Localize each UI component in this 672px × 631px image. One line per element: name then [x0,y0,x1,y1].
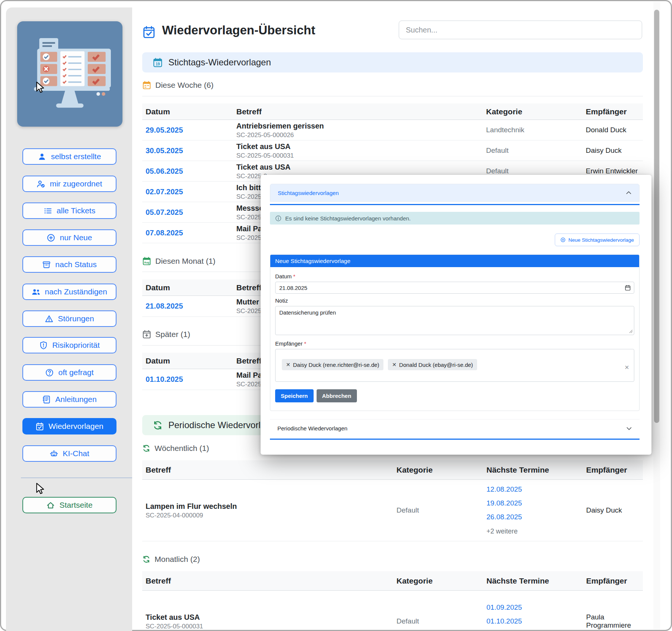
shield-exclamation-icon [39,341,48,350]
termin-link[interactable]: 12.08.2025 [486,485,586,494]
date-link[interactable]: 21.08.2025 [146,302,236,310]
termin-link[interactable]: 01.09.2025 [486,603,586,612]
sidebar-item-ki-chat[interactable]: KI-Chat [22,445,116,462]
col-header-empfaenger: Empfänger [586,576,643,585]
group-label-monatlich: Monatlich (2) [142,555,200,564]
date-link[interactable]: 01.10.2025 [146,375,236,384]
question-circle-icon [45,368,54,377]
sidebar-item-label: Anleitungen [55,395,97,404]
termine-cell: 01.09.2025 01.10.2025 01.11.2025 [486,603,586,631]
accordion-underline [270,439,640,440]
sidebar-item-label: oft gefragt [58,368,94,377]
stichtag-dialog: Stichtagswiedervorlagen Es sind keine St… [261,175,651,455]
warning-triangle-icon [45,315,53,323]
sidebar-item-nach-zustaendigen[interactable]: nach Zuständigen [22,284,116,300]
chevron-up-icon[interactable] [626,190,632,196]
col-header-kategorie: Kategorie [486,107,586,116]
calendar-plus-icon [142,330,151,339]
group-label-spaeter: Später (1) [142,330,190,339]
cancel-button[interactable]: Abbrechen [317,389,357,402]
accordion-stichtagswiedervorlagen[interactable]: Stichtagswiedervorlagen [270,184,640,202]
separator [142,96,643,96]
termin-link[interactable]: 01.10.2025 [486,617,586,625]
ticket-number: SC-2025-05-000026 [236,132,486,139]
sidebar-item-oft-gefragt[interactable]: oft gefragt [22,364,116,381]
remove-chip-icon[interactable]: ✕ [392,362,396,368]
col-header-betreff: Betreff [146,465,396,474]
save-button[interactable]: Speichern [275,389,314,402]
accordion-title: Stichtagswiedervorlagen [278,190,339,196]
table-header-row: Betreff Kategorie Nächste Termine Empfän… [142,460,643,480]
chevron-down-icon[interactable] [626,426,632,432]
sidebar-item-label: KI-Chat [63,449,89,458]
date-link[interactable]: 02.07.2025 [146,188,236,196]
resize-handle-icon[interactable] [629,330,633,333]
datum-input[interactable] [275,282,634,294]
date-link[interactable]: 05.06.2025 [146,167,236,176]
sidebar-item-label: Störungen [58,314,94,323]
sidebar-item-label: nach Zuständigen [45,287,107,296]
date-link[interactable]: 30.05.2025 [146,146,236,155]
accordion-periodische-wiedervorlagen[interactable]: Periodische Wiedervorlagen [270,419,640,437]
termin-link[interactable]: 19.08.2025 [486,499,586,507]
refresh-icon [142,444,150,452]
ticket-number: SC-2025-05-000031 [146,623,396,630]
people-icon [32,288,40,296]
sidebar-item-anleitungen[interactable]: Anleitungen [22,391,116,408]
archive-box-icon [42,260,51,269]
sidebar-item-label: mir zugeordnet [50,179,102,188]
sidebar-item-mir-zugeordnet[interactable]: mir zugeordnet [22,176,116,192]
required-marker: * [304,340,307,347]
col-header-empfaenger: Empfänger [586,107,643,116]
calendar-check-icon [35,422,44,431]
scrollbar-thumb[interactable] [654,10,659,423]
sidebar-item-alle-tickets[interactable]: alle Tickets [22,202,116,219]
calendar-19-icon [153,58,163,68]
sidebar-item-risikoprioritaet[interactable]: Risikopriorität [22,337,116,353]
sidebar: selbst erstellte mir zugeordnet alle Tic… [6,7,132,631]
info-icon [275,215,281,222]
date-link[interactable]: 29.05.2025 [146,126,236,134]
table-row: 29.05.2025 Antriebsriemen gerissenSC-202… [142,120,643,140]
date-link[interactable]: 07.08.2025 [146,229,236,237]
table-row: Ticket aus USASC-2025-05-000031 Default … [142,591,643,631]
more-dates-link[interactable]: +2 weitere [486,528,586,535]
search-input[interactable] [399,21,642,39]
sidebar-item-label: nur Neue [60,233,92,242]
accordion-title: Periodische Wiedervorlagen [277,425,348,432]
remove-chip-icon[interactable]: ✕ [286,362,290,368]
sidebar-divider [21,477,132,478]
datum-label: Datum * [275,273,634,279]
notiz-textarea[interactable]: Datensicherung prüfen [275,306,634,335]
recipient-chip: ✕Daisy Duck (rene.richter@ri-se.de) [282,359,383,370]
kategorie-cell: Default [486,146,586,155]
empfaenger-multiselect[interactable]: ✕Daisy Duck (rene.richter@ri-se.de) ✕Don… [275,349,634,382]
termin-link[interactable]: 26.08.2025 [486,513,586,521]
kategorie-cell: Default [396,506,486,514]
group-label-text: Wöchentlich (1) [155,444,209,453]
sidebar-item-startseite[interactable]: Startseite [22,497,116,513]
col-header-datum: Datum [146,283,236,292]
home-icon [46,501,55,510]
sidebar-item-selbst-erstellte[interactable]: selbst erstellte [22,148,116,165]
col-header-empfaenger: Empfänger [586,465,643,474]
clear-all-icon[interactable]: × [625,364,629,371]
date-picker-icon[interactable] [625,285,631,291]
group-label-text: Diesen Monat (1) [155,257,215,266]
empfaenger-cell: Daisy Duck [586,506,643,514]
sidebar-item-stoerungen[interactable]: Störungen [22,310,116,327]
new-stichtag-button[interactable]: Neue Stichtagswiedervorlage [555,233,640,246]
woechentlich-table: Betreff Kategorie Nächste Termine Empfän… [142,460,643,541]
kategorie-cell: Default [396,617,486,625]
sidebar-item-nach-status[interactable]: nach Status [22,256,116,273]
kategorie-cell: Default [486,167,586,175]
sidebar-item-nur-neue[interactable]: nur Neue [22,229,116,246]
empfaenger-cell: Erwin Entwickler [586,167,643,175]
sidebar-item-wiedervorlagen[interactable]: Wiedervorlagen [22,418,116,434]
betreff-title: Antriebsriemen gerissen [236,121,486,131]
date-link[interactable]: 05.07.2025 [146,208,236,217]
calendar-week-icon [142,81,151,90]
new-stichtag-form: Neue Stichtagswiedervorlage Datum * Noti… [270,254,640,411]
sidebar-item-label: Wiedervorlagen [49,422,103,431]
col-header-datum: Datum [146,107,236,116]
